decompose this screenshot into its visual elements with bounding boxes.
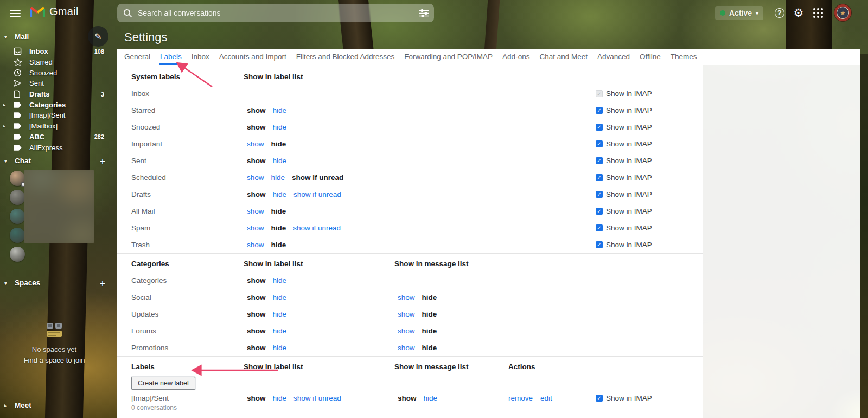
- show-in-imap-checkbox[interactable]: ✓: [596, 191, 603, 198]
- help-icon[interactable]: ?: [772, 5, 787, 21]
- show-if-unread-option[interactable]: show if unread: [293, 190, 341, 198]
- sidebar-item-mailbox[interactable]: ▸[Mailbox]: [0, 121, 114, 132]
- compose-button[interactable]: ✎: [88, 26, 108, 47]
- show-in-imap-checkbox[interactable]: ✓: [596, 157, 603, 164]
- sidebar-item-categories[interactable]: ▸Categories: [0, 99, 114, 110]
- show-in-imap-checkbox[interactable]: ✓: [596, 124, 603, 131]
- mail-section-header[interactable]: ▾ Mail: [4, 33, 29, 41]
- show-option[interactable]: show: [247, 293, 266, 301]
- status-selector[interactable]: Active ▾: [715, 6, 763, 20]
- hide-option[interactable]: hide: [422, 310, 437, 318]
- tab-labels[interactable]: Labels: [160, 49, 182, 65]
- sidebar-item-inbox[interactable]: Inbox108: [0, 46, 114, 57]
- show-option[interactable]: show: [247, 106, 266, 114]
- sidebar-item-aliexpress[interactable]: AliExpress: [0, 142, 114, 153]
- show-in-imap-checkbox[interactable]: ✓: [596, 395, 603, 402]
- sidebar-item-abc[interactable]: ABC282: [0, 132, 114, 143]
- hide-option[interactable]: hide: [273, 344, 287, 352]
- hide-option[interactable]: hide: [422, 327, 437, 335]
- account-avatar[interactable]: ★: [834, 4, 851, 21]
- hide-option[interactable]: hide: [273, 190, 287, 198]
- show-option[interactable]: show: [398, 344, 415, 352]
- find-space-link[interactable]: Find a space to join: [0, 356, 108, 364]
- hide-option[interactable]: hide: [273, 293, 287, 301]
- remove-link[interactable]: remove: [508, 394, 533, 402]
- sidebar-item-sent[interactable]: Sent: [0, 78, 114, 89]
- tab-filters-and-blocked-addresses[interactable]: Filters and Blocked Addresses: [296, 49, 395, 65]
- show-option[interactable]: show: [247, 327, 266, 335]
- sidebar-item-drafts[interactable]: Drafts3: [0, 89, 114, 100]
- spaces-section-header[interactable]: ▾ Spaces: [4, 279, 40, 287]
- new-space-button[interactable]: +: [98, 279, 107, 288]
- show-option[interactable]: show: [398, 327, 415, 335]
- chat-contact-avatar[interactable]: [10, 171, 25, 186]
- show-in-imap-checkbox[interactable]: ✓: [596, 140, 603, 147]
- show-option[interactable]: show: [247, 123, 266, 131]
- show-in-imap-checkbox[interactable]: ✓: [596, 107, 603, 114]
- sidebar-item-starred[interactable]: Starred: [0, 57, 114, 68]
- show-option[interactable]: show: [247, 276, 266, 285]
- show-in-imap-checkbox[interactable]: ✓: [596, 208, 603, 215]
- show-if-unread-option[interactable]: show if unread: [292, 173, 343, 182]
- hide-option[interactable]: hide: [273, 106, 287, 114]
- show-option[interactable]: show: [247, 207, 264, 215]
- show-if-unread-option[interactable]: show if unread: [293, 394, 341, 402]
- tab-forwarding-and-pop-imap[interactable]: Forwarding and POP/IMAP: [404, 49, 493, 65]
- sidebar-item-snoozed[interactable]: Snoozed: [0, 67, 114, 78]
- hide-option[interactable]: hide: [273, 157, 287, 165]
- tab-advanced[interactable]: Advanced: [597, 49, 630, 65]
- hide-option[interactable]: hide: [271, 207, 286, 215]
- main-menu-icon[interactable]: [10, 8, 21, 18]
- tab-inbox[interactable]: Inbox: [192, 49, 209, 65]
- show-option[interactable]: show: [247, 157, 266, 165]
- show-option[interactable]: show: [247, 190, 266, 198]
- tab-themes[interactable]: Themes: [671, 49, 697, 65]
- tab-accounts-and-import[interactable]: Accounts and Import: [219, 49, 286, 65]
- show-option[interactable]: show: [247, 394, 266, 402]
- new-chat-button[interactable]: +: [98, 157, 107, 166]
- show-option[interactable]: show: [247, 310, 266, 318]
- google-apps-icon[interactable]: [810, 5, 826, 21]
- chevron-right-icon[interactable]: ▸: [0, 124, 8, 128]
- show-option[interactable]: show: [247, 344, 266, 352]
- tab-add-ons[interactable]: Add-ons: [502, 49, 529, 65]
- hide-option[interactable]: hide: [273, 123, 287, 131]
- show-option[interactable]: show: [247, 140, 264, 148]
- chat-contact-avatar[interactable]: [10, 190, 25, 205]
- search-input[interactable]: [138, 9, 413, 17]
- show-if-unread-option[interactable]: show if unread: [293, 224, 341, 232]
- chat-section-header[interactable]: ▾ Chat: [4, 157, 31, 165]
- hide-option[interactable]: hide: [271, 241, 286, 249]
- hide-option[interactable]: hide: [424, 394, 438, 402]
- create-new-label-button[interactable]: Create new label: [131, 377, 195, 390]
- chevron-right-icon[interactable]: ▸: [0, 102, 8, 107]
- show-option[interactable]: show: [247, 241, 264, 249]
- search-icon[interactable]: [117, 9, 138, 18]
- show-option[interactable]: show: [247, 224, 264, 232]
- show-in-imap-checkbox[interactable]: ✓: [596, 174, 603, 181]
- sidebar-item-imap-sent[interactable]: [Imap]/Sent: [0, 110, 114, 121]
- hide-option[interactable]: hide: [422, 293, 437, 301]
- settings-gear-icon[interactable]: ⚙: [791, 5, 806, 21]
- search-bar[interactable]: [117, 4, 434, 22]
- chat-contact-avatar[interactable]: [10, 247, 25, 262]
- chat-contact-avatar[interactable]: [10, 209, 25, 224]
- hide-option[interactable]: hide: [271, 140, 286, 148]
- hide-option[interactable]: hide: [271, 173, 285, 182]
- hide-option[interactable]: hide: [422, 344, 437, 352]
- show-option[interactable]: show: [398, 394, 417, 402]
- meet-section-header[interactable]: ▸ Meet: [4, 401, 31, 409]
- hide-option[interactable]: hide: [273, 310, 287, 318]
- tab-general[interactable]: General: [124, 49, 150, 65]
- hide-option[interactable]: hide: [271, 224, 286, 232]
- hide-option[interactable]: hide: [273, 327, 287, 335]
- show-in-imap-checkbox[interactable]: ✓: [596, 224, 603, 231]
- show-in-imap-checkbox[interactable]: ✓: [596, 241, 603, 248]
- show-option[interactable]: show: [398, 293, 415, 301]
- show-option[interactable]: show: [398, 310, 415, 318]
- tab-chat-and-meet[interactable]: Chat and Meet: [539, 49, 588, 65]
- chat-contact-avatar[interactable]: [10, 228, 25, 243]
- hide-option[interactable]: hide: [273, 276, 287, 285]
- edit-link[interactable]: edit: [540, 394, 552, 402]
- show-option[interactable]: show: [247, 173, 264, 182]
